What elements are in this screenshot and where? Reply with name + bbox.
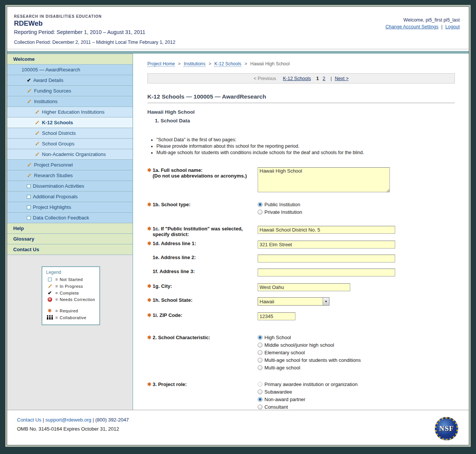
full-school-name-textarea[interactable]: Hawaii High School [258,167,390,192]
sidebar-item-award[interactable]: 100005 — AwardResearch [7,64,133,75]
sidebar-item-school-districts[interactable]: School Districts [7,128,133,138]
logout-link[interactable]: Logout [445,24,460,29]
form-row-1a: ✱ 1a. Full school name:(Do not use abbre… [147,167,455,193]
page-header: RESEARCH IN DISABILITIES EDUCATION RDEWe… [7,7,469,49]
change-account-settings-link[interactable]: Change Account Settings [385,24,438,29]
sidebar-item-project-personnel[interactable]: Project Personnel [7,159,133,170]
sidebar-item-institutions[interactable]: Institutions [7,96,133,107]
omb-notice: OMB No. 3145-0164 Expires October 31, 20… [17,426,129,432]
pagination-page-2[interactable]: 2 [323,76,325,81]
footer-phone: (800) 392-2047 [95,417,129,423]
state-select[interactable]: Hawaii ▼ [258,297,329,306]
form-row-1f: 1f. Address line 3: [147,269,455,276]
pencil-icon [35,110,40,114]
header-divider [7,49,469,54]
footer-contact-link[interactable]: Contact Us [17,417,41,423]
legend-item-required: ✱ = Required [46,308,96,313]
legend-item-complete: ✔ = Complete [46,290,96,295]
sidebar-item-glossary[interactable]: Glossary [7,233,133,244]
address-line-1-input[interactable] [258,241,395,249]
pagination-list-link[interactable]: K-12 Schools [283,76,311,81]
legend-title: Legend [46,270,96,275]
legend-item-not-started: = Not Started [46,277,96,282]
footer-email-link[interactable]: support@rdeweb.org [45,417,91,423]
sidebar-item-project-highlights[interactable]: Project Highlights [7,202,133,212]
required-icon: ✱ [48,308,52,313]
sidebar-nav: Welcome 100005 — AwardResearch ✔ Award D… [7,54,133,255]
radio-public-institution[interactable] [258,202,263,207]
sidebar-item-school-groups[interactable]: School Groups [7,138,133,149]
school-data-form: ✱ 1a. Full school name:(Do not use abbre… [147,167,455,436]
form-row-1c: ✱ 1c. If "Public Institution" was select… [147,226,455,237]
sidebar-item-funding-sources[interactable]: Funding Sources [7,85,133,96]
sidebar-item-help[interactable]: Help [7,223,133,233]
required-icon: ✱ [147,312,153,320]
sidebar-item-additional-proposals[interactable]: Additional Proposals [7,191,133,202]
sidebar-item-contact-us[interactable]: Contact Us [7,244,133,255]
breadcrumb-k12-schools[interactable]: K-12 Schools [214,61,241,67]
pencil-icon [27,162,32,167]
reporting-period: Reporting Period: September 1, 2010 – Au… [14,29,175,35]
radio-subawardee[interactable] [258,389,263,394]
page-footer: Contact Us | support@rdeweb.org | (800) … [7,410,469,445]
address-line-2-input[interactable] [258,255,395,263]
radio-consultant[interactable] [258,405,263,409]
sidebar-item-non-academic-organizations[interactable]: Non-Academic Organizations [7,149,133,159]
pencil-icon [46,284,54,289]
radio-primary-awardee[interactable] [258,382,263,387]
form-row-1d: ✱ 1d. Address line 1: [147,241,455,249]
sidebar-item-dissemination-activities[interactable]: Dissemination Activities [7,181,133,191]
required-icon: ✱ [147,335,153,372]
breadcrumb-institutions[interactable]: Institutions [184,61,205,67]
not-started-icon [27,216,31,220]
radio-middle-school[interactable] [258,343,263,347]
header-link-separator: | [441,24,442,29]
pencil-icon [35,152,40,157]
sidebar-item-higher-education-institutions[interactable]: Higher Education Institutions [7,107,133,117]
form-row-1i: ✱ 1i. ZIP Code: [147,312,455,320]
radio-high-school[interactable] [258,335,263,340]
legend-item-needs-correction: ✕ = Needs Correction [46,297,96,302]
address-line-3-input[interactable] [258,269,395,276]
form-row-1g: ✱ 1g. City: [147,283,455,291]
radio-elementary-school[interactable] [258,350,263,355]
sidebar-item-data-collection-feedback[interactable]: Data Collection Feedback [7,212,133,223]
radio-multi-age-conditions[interactable] [258,358,263,363]
next-link[interactable]: Next > [335,76,348,81]
pencil-icon [27,88,32,93]
sidebar-item-k12-schools[interactable]: K-12 Schools [7,117,133,128]
collaborative-icon [46,315,54,320]
chevron-down-icon[interactable]: ▼ [323,298,329,305]
instructions-list: "School Data" is the first of two pages:… [156,137,455,155]
city-input[interactable] [258,283,350,291]
school-name-heading: Hawaii High School [147,109,455,115]
required-icon: ✱ [147,202,153,217]
radio-multi-age-school[interactable] [258,365,263,370]
district-input[interactable] [258,226,395,234]
radio-non-award-partner[interactable] [258,397,263,402]
radio-private-institution[interactable] [258,210,263,215]
form-row-1h: ✱ 1h. School State: Hawaii ▼ [147,297,455,306]
required-icon: ✱ [147,381,153,412]
legend-box: Legend = Not Started = In Progress ✔ = C… [42,266,100,325]
form-row-1b: ✱ 1b. School type: Public Institution Pr… [147,202,455,217]
section-heading: 1. School Data [155,118,455,124]
required-icon: ✱ [147,283,153,291]
breadcrumb-project-home[interactable]: Project Home [147,61,175,67]
main-content: Project Home > Institutions > K-12 Schoo… [133,54,469,410]
sidebar-item-welcome[interactable]: Welcome [7,54,133,64]
required-icon: ✱ [147,241,153,249]
previous-link: < Previous [253,76,276,81]
nsf-logo[interactable]: NSF [435,417,458,440]
not-started-icon [48,278,52,281]
sidebar: Welcome 100005 — AwardResearch ✔ Award D… [7,54,133,410]
sidebar-item-award-details[interactable]: ✔ Award Details [7,75,133,85]
pencil-icon [35,141,40,146]
form-row-3: ✱ 3. Project role: Primary awardee insti… [147,381,455,412]
zip-code-input[interactable] [258,312,295,320]
pencil-icon [27,173,32,178]
resize-grip-icon[interactable] [386,189,389,192]
sidebar-item-research-studies[interactable]: Research Studies [7,170,133,181]
needs-correction-icon: ✕ [48,297,52,302]
app-title: RDEWeb [14,20,175,28]
